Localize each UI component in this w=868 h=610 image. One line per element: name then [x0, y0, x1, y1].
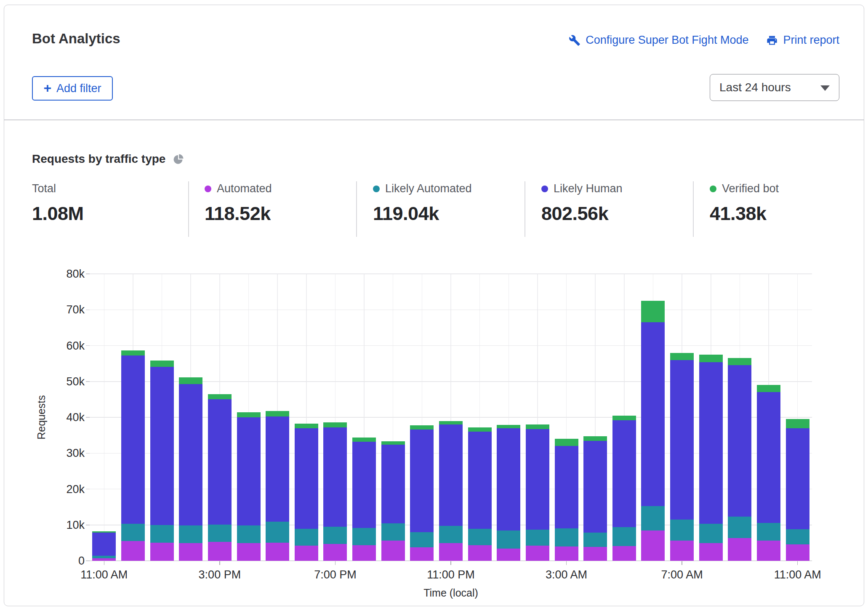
bar-segment-likely-human — [121, 355, 145, 524]
x-tick-mark — [219, 561, 220, 565]
bar-segment-verified-bot — [757, 385, 780, 392]
bar-segment-automated — [237, 543, 261, 561]
x-tick-label: 3:00 PM — [199, 568, 241, 581]
horizontal-gridline — [90, 310, 812, 310]
stacked-bar-4-00-pm[interactable] — [237, 412, 261, 561]
stacked-bar-7-00-pm[interactable] — [323, 422, 347, 561]
bar-segment-automated — [121, 541, 145, 561]
stacked-bar-6-00-pm[interactable] — [295, 424, 318, 561]
bar-segment-likely-automated — [728, 517, 751, 538]
x-tick-label: 7:00 PM — [314, 568, 357, 581]
bar-segment-verified-bot — [641, 301, 665, 322]
stacked-bar-1-00-pm[interactable] — [150, 361, 174, 561]
stacked-bar-9-00-am[interactable] — [728, 358, 751, 561]
stacked-bar-9-00-pm[interactable] — [381, 441, 405, 561]
bar-segment-likely-automated — [757, 523, 780, 541]
bar-segment-verified-bot — [612, 416, 636, 420]
y-tick-mark — [86, 489, 90, 490]
bar-segment-automated — [555, 546, 578, 561]
bar-segment-verified-bot — [699, 355, 723, 362]
x-tick-mark — [797, 561, 798, 565]
stacked-bar-3-00-am[interactable] — [555, 439, 578, 561]
x-tick-mark — [566, 561, 567, 565]
stacked-bar-6-00-am[interactable] — [641, 301, 665, 561]
y-tick-mark — [86, 381, 90, 382]
stacked-bar-5-00-pm[interactable] — [266, 411, 289, 561]
stacked-bar-11-00-am[interactable] — [786, 419, 809, 561]
bar-segment-likely-automated — [410, 532, 434, 547]
bar-segment-likely-automated — [670, 520, 694, 541]
y-tick-label: 40k — [55, 411, 85, 424]
stacked-bar-5-00-am[interactable] — [612, 416, 636, 561]
bar-segment-likely-human — [323, 427, 347, 527]
bar-segment-automated — [497, 549, 520, 561]
bar-segment-automated — [439, 543, 463, 561]
x-tick-mark — [104, 561, 105, 565]
bar-segment-likely-human — [468, 432, 492, 529]
y-axis-title: Requests — [35, 395, 48, 440]
x-tick-label: 11:00 AM — [774, 568, 821, 581]
bar-segment-verified-bot — [179, 377, 202, 384]
stacked-bar-11-00-pm[interactable] — [439, 421, 463, 561]
bar-segment-automated — [208, 542, 232, 561]
stacked-bar-11-00-am[interactable] — [92, 531, 116, 561]
bar-segment-verified-bot — [266, 411, 289, 417]
x-tick-label: 11:00 PM — [427, 568, 475, 581]
bar-segment-automated — [150, 543, 174, 561]
stacked-bar-12-00-pm[interactable] — [121, 350, 145, 561]
bar-segment-likely-automated — [208, 525, 232, 542]
y-tick-label: 80k — [55, 268, 85, 281]
stacked-bar-2-00-am[interactable] — [526, 424, 549, 561]
stacked-bar-3-00-pm[interactable] — [208, 394, 232, 561]
y-tick-mark — [86, 273, 90, 274]
y-tick-label: 30k — [55, 447, 85, 460]
y-tick-label: 70k — [55, 303, 85, 316]
bar-segment-likely-human — [670, 360, 694, 520]
bar-segment-verified-bot — [670, 353, 694, 360]
stacked-bar-12-00-am[interactable] — [468, 427, 492, 561]
bar-segment-likely-automated — [439, 526, 463, 543]
requests-chart: Requests Time (local) 010k20k30k40k50k60… — [4, 5, 864, 606]
bar-segment-likely-human — [352, 442, 376, 528]
bar-segment-automated — [410, 547, 434, 561]
bar-segment-verified-bot — [323, 422, 347, 427]
y-tick-label: 50k — [55, 375, 85, 388]
bar-segment-likely-automated — [237, 525, 261, 543]
stacked-bar-10-00-pm[interactable] — [410, 425, 434, 561]
x-tick-mark — [682, 561, 682, 565]
stacked-bar-8-00-am[interactable] — [699, 355, 723, 561]
x-tick-label: 11:00 AM — [80, 568, 128, 581]
plot-area[interactable] — [90, 274, 812, 561]
bar-segment-likely-human — [381, 445, 405, 523]
bar-segment-verified-bot — [381, 441, 405, 445]
bar-segment-likely-human — [266, 416, 289, 522]
bar-segment-likely-automated — [323, 527, 347, 544]
bar-segment-automated — [468, 545, 492, 561]
bar-segment-likely-human — [728, 365, 751, 517]
stacked-bar-8-00-pm[interactable] — [352, 438, 376, 561]
y-tick-label: 20k — [55, 483, 85, 496]
bar-segment-likely-automated — [699, 524, 723, 543]
stacked-bar-1-00-am[interactable] — [497, 425, 520, 561]
stacked-bar-7-00-am[interactable] — [670, 353, 694, 561]
bar-segment-likely-human — [295, 428, 318, 529]
bar-segment-verified-bot — [352, 438, 376, 442]
y-tick-mark — [86, 417, 90, 418]
bar-segment-automated — [670, 541, 694, 561]
stacked-bar-4-00-am[interactable] — [583, 436, 607, 561]
stacked-bar-2-00-pm[interactable] — [179, 377, 202, 561]
bar-segment-likely-automated — [150, 525, 174, 543]
bar-segment-verified-bot — [728, 358, 751, 365]
stacked-bar-10-00-am[interactable] — [757, 385, 780, 561]
y-tick-mark — [86, 453, 90, 454]
bar-segment-automated — [179, 543, 202, 561]
y-tick-mark — [86, 310, 90, 310]
bar-segment-automated — [352, 545, 376, 561]
bar-segment-likely-human — [612, 420, 636, 527]
bar-segment-automated — [612, 546, 636, 561]
bar-segment-automated — [728, 538, 751, 561]
bar-segment-likely-human — [410, 430, 434, 532]
y-tick-mark — [86, 560, 90, 561]
bar-segment-automated — [295, 546, 318, 561]
bar-segment-verified-bot — [555, 439, 578, 446]
